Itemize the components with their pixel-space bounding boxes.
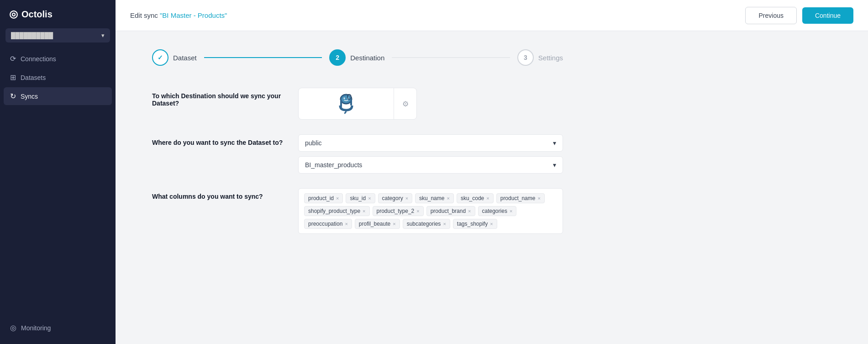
- workspace-name: ██████████: [11, 32, 53, 39]
- schema-row: Where do you want to sync the Dataset to…: [152, 134, 563, 174]
- list-item: preoccupation×: [304, 219, 352, 229]
- destination-settings-button[interactable]: ⚙: [394, 88, 416, 120]
- destination-field: ⚙: [298, 88, 563, 120]
- sidebar-item-label: Connections: [21, 55, 56, 63]
- svg-point-5: [344, 98, 345, 99]
- chevron-down-icon: ▾: [101, 32, 105, 39]
- table-value: BI_master_products: [305, 161, 362, 169]
- sidebar: ◎ Octolis ██████████ ▾ ⟳ Connections ⊞ D…: [0, 0, 116, 344]
- workspace-selector[interactable]: ██████████ ▾: [5, 28, 110, 42]
- page-content: ✓ Dataset 2 Destination 3 Settings To wh…: [116, 31, 868, 344]
- tag-remove-button[interactable]: ×: [486, 196, 489, 201]
- tag-remove-button[interactable]: ×: [447, 196, 449, 201]
- list-item: profil_beaute×: [355, 219, 400, 229]
- list-item: category×: [378, 193, 412, 203]
- list-item: sku_id×: [346, 193, 375, 203]
- tag-remove-button[interactable]: ×: [443, 222, 446, 227]
- columns-tags-container[interactable]: product_id×sku_id×category×sku_name×sku_…: [298, 188, 563, 234]
- sidebar-bottom: ◎ Monitoring: [0, 312, 116, 344]
- schema-select[interactable]: public ▾: [298, 134, 563, 152]
- destination-label: To which Destination should we sync your…: [152, 88, 298, 107]
- sync-name: "BI Master - Products": [160, 11, 227, 19]
- page-title: Edit sync "BI Master - Products": [130, 11, 227, 19]
- sidebar-item-label: Datasets: [21, 74, 46, 81]
- title-prefix: Edit sync: [130, 11, 160, 19]
- step-settings: 3 Settings: [517, 49, 563, 66]
- tag-remove-button[interactable]: ×: [336, 196, 339, 201]
- syncs-icon: ↻: [10, 92, 16, 101]
- schema-label: Where do you want to sync the Dataset to…: [152, 134, 298, 146]
- tag-remove-button[interactable]: ×: [510, 209, 512, 214]
- tag-label: subcategories: [407, 221, 441, 227]
- list-item: sku_name×: [415, 193, 454, 203]
- tag-remove-button[interactable]: ×: [345, 222, 347, 227]
- list-item: product_id×: [304, 193, 343, 203]
- chevron-down-icon: ▾: [553, 161, 556, 169]
- monitoring-icon: ◎: [10, 323, 16, 332]
- tag-label: product_brand: [431, 208, 466, 214]
- logo: ◎ Octolis: [0, 0, 116, 28]
- tag-remove-button[interactable]: ×: [416, 209, 419, 214]
- stepper: ✓ Dataset 2 Destination 3 Settings: [152, 49, 563, 66]
- list-item: tags_shopify×: [453, 219, 497, 229]
- tag-label: categories: [482, 208, 507, 214]
- continue-button[interactable]: Continue: [802, 7, 853, 24]
- schema-value: public: [305, 139, 322, 147]
- columns-row: What columns do you want to sync? produc…: [152, 188, 563, 234]
- tag-remove-button[interactable]: ×: [393, 222, 395, 227]
- list-item: subcategories×: [403, 219, 450, 229]
- tag-label: sku_code: [461, 195, 484, 201]
- tag-label: sku_name: [419, 195, 444, 201]
- tag-label: preoccupation: [308, 221, 342, 227]
- destination-selector[interactable]: ⚙: [298, 88, 417, 120]
- list-item: sku_code×: [457, 193, 494, 203]
- destination-logo: [299, 88, 394, 119]
- columns-label: What columns do you want to sync?: [152, 188, 298, 200]
- step-label-destination: Destination: [350, 54, 384, 62]
- tag-label: shopify_product_type: [308, 208, 360, 214]
- step-destination: 2 Destination: [329, 49, 384, 66]
- sidebar-nav: ⟳ Connections ⊞ Datasets ↻ Syncs: [0, 50, 116, 312]
- step-circle-dataset: ✓: [152, 49, 168, 66]
- destination-row: To which Destination should we sync your…: [152, 88, 563, 120]
- tag-remove-button[interactable]: ×: [405, 196, 408, 201]
- step-line-1: [204, 57, 322, 58]
- tag-label: product_id: [308, 195, 334, 201]
- sidebar-item-syncs[interactable]: ↻ Syncs: [4, 87, 112, 105]
- logo-text: Octolis: [21, 9, 53, 20]
- step-label-settings: Settings: [538, 54, 563, 62]
- previous-button[interactable]: Previous: [745, 7, 796, 24]
- list-item: product_name×: [496, 193, 545, 203]
- tag-label: sku_id: [350, 195, 366, 201]
- logo-icon: ◎: [9, 8, 18, 20]
- step-circle-settings: 3: [517, 49, 534, 66]
- tag-label: category: [382, 195, 403, 201]
- main-content: Edit sync "BI Master - Products" Previou…: [116, 0, 868, 344]
- sidebar-item-monitoring[interactable]: ◎ Monitoring: [4, 319, 112, 337]
- tag-label: tags_shopify: [457, 221, 488, 227]
- tag-label: profil_beaute: [359, 221, 390, 227]
- list-item: categories×: [478, 206, 517, 216]
- gear-icon: ⚙: [402, 100, 409, 108]
- columns-field: product_id×sku_id×category×sku_name×sku_…: [298, 188, 563, 234]
- chevron-down-icon: ▾: [553, 139, 556, 147]
- tag-remove-button[interactable]: ×: [468, 209, 471, 214]
- sidebar-item-datasets[interactable]: ⊞ Datasets: [4, 69, 112, 86]
- tag-remove-button[interactable]: ×: [490, 222, 493, 227]
- datasets-icon: ⊞: [10, 73, 16, 82]
- tag-remove-button[interactable]: ×: [537, 196, 540, 201]
- tag-remove-button[interactable]: ×: [363, 209, 365, 214]
- tag-remove-button[interactable]: ×: [368, 196, 371, 201]
- list-item: shopify_product_type×: [304, 206, 370, 216]
- sidebar-item-label: Monitoring: [21, 324, 51, 332]
- header-actions: Previous Continue: [745, 7, 853, 24]
- step-circle-destination: 2: [329, 49, 346, 66]
- connections-icon: ⟳: [10, 54, 16, 63]
- table-select[interactable]: BI_master_products ▾: [298, 156, 563, 174]
- page-header: Edit sync "BI Master - Products" Previou…: [116, 0, 868, 31]
- postgresql-icon: [335, 93, 357, 115]
- sidebar-item-connections[interactable]: ⟳ Connections: [4, 50, 112, 68]
- step-label-dataset: Dataset: [173, 54, 197, 62]
- schema-field: public ▾ BI_master_products ▾: [298, 134, 563, 174]
- list-item: product_brand×: [426, 206, 475, 216]
